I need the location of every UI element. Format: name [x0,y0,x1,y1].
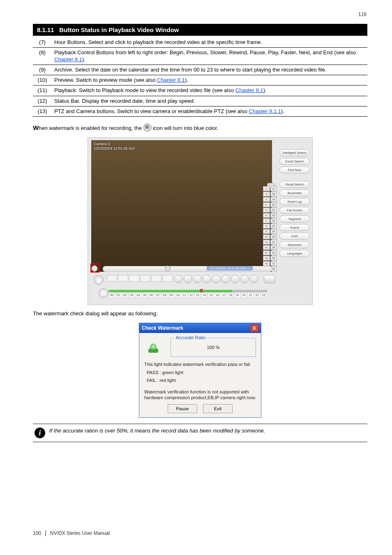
hour-button[interactable]: 23 [261,292,267,298]
layout-16-button[interactable] [140,275,150,282]
exit-button[interactable]: Exit [203,404,233,413]
hour-button[interactable]: 19 [234,292,240,298]
find-next-button[interactable]: Find Next [279,166,310,173]
hour-button[interactable]: 08 [161,292,168,298]
hour-button[interactable]: 22 [254,292,261,298]
event-search-button[interactable]: Event Search [279,158,310,165]
export-button[interactable]: Export [279,224,310,231]
hour-button[interactable]: 21 [247,292,254,298]
slower-button[interactable] [193,275,201,283]
row-num: (9) [33,65,52,75]
dialog-titlebar[interactable]: Check Watermark X [139,323,261,333]
camera-button[interactable]: 8 [263,224,270,229]
chapter-link[interactable]: Chapter 8.1 [54,56,82,62]
camera-button[interactable]: 30 [270,256,277,261]
rewind-button[interactable] [203,275,211,283]
faster-button[interactable] [231,275,239,283]
close-icon[interactable]: X [250,324,258,332]
archive-button[interactable] [264,275,275,283]
check-watermark-dialog: Check Watermark X Accurate Ratio 100 % T… [139,323,261,418]
pause-button[interactable]: Pause [168,404,197,413]
hour-button[interactable]: 00 [108,292,115,298]
camera-button[interactable]: 10 [263,234,270,239]
end-button[interactable] [250,275,258,283]
hour-button[interactable]: 17 [221,292,227,298]
camera-button[interactable]: 13 [263,250,270,255]
camera-button[interactable]: 23 [270,218,277,223]
power-button[interactable] [94,275,104,285]
hour-button[interactable]: 04 [135,292,141,298]
begin-button[interactable] [174,275,182,283]
layout-25-button[interactable] [151,275,161,282]
row-num: (12) [33,96,52,106]
camera-button[interactable]: 14 [263,256,270,261]
camera-button[interactable]: 5 [263,208,270,213]
camera-button[interactable]: 6 [263,213,270,218]
camera-button[interactable]: 18 [270,192,277,197]
next-button[interactable] [240,275,249,283]
segment-button[interactable]: Segment [279,215,310,222]
bookmark-button[interactable]: Bookmark [279,190,310,197]
hour-button[interactable]: 03 [128,292,135,298]
hour-button[interactable]: 06 [148,292,154,298]
camera-button[interactable]: 26 [270,234,277,239]
hour-button[interactable]: 13 [194,292,201,298]
camera-button[interactable]: 15 [263,261,270,266]
camera-button[interactable]: 7 [263,218,270,223]
intelligent-search-button[interactable]: Intelligent Search [279,149,310,156]
slider-knob[interactable] [165,266,171,271]
camera-button[interactable]: 27 [270,240,277,245]
advanced-button[interactable]: Advanced [279,241,310,248]
camera-button[interactable]: 1 [263,186,270,191]
camera-button[interactable]: 25 [270,229,277,234]
osd-button[interactable]: OSD [279,233,310,240]
previous-button[interactable] [184,275,192,283]
camera-button[interactable]: 24 [270,224,277,229]
hour-button[interactable]: 12 [188,292,194,298]
hour-button[interactable]: 11 [181,292,188,298]
chapter-link[interactable]: Chapter 8.1.1 [249,108,281,114]
settings-button[interactable] [99,288,108,298]
camera-button[interactable]: 20 [270,202,277,207]
chapter-link[interactable]: Chapter 8.1 [157,77,185,83]
camera-button[interactable]: 22 [270,213,277,218]
camera-button[interactable]: 11 [263,240,270,245]
camera-button[interactable]: 4 [263,202,270,207]
pause-button[interactable] [212,275,220,283]
hour-button[interactable]: 15 [208,292,214,298]
layout-9-button[interactable] [129,275,139,282]
languages-button[interactable]: Languages [279,250,310,257]
camera-button[interactable]: 21 [270,208,277,213]
dialog-desc: This light indicates watermark verificat… [144,362,256,368]
camera-button[interactable]: 31 [270,261,277,266]
visual-search-button[interactable]: Visual Search [279,181,310,188]
hour-button[interactable]: 07 [155,292,161,298]
camera-button[interactable]: 28 [270,245,277,250]
hour-button[interactable]: 05 [141,292,148,298]
row-num: (8) [33,48,52,65]
hour-button[interactable]: 10 [175,292,181,298]
hour-button[interactable]: 01 [115,292,122,298]
camera-button[interactable]: 29 [270,250,277,255]
event-log-button[interactable]: Event Log [279,198,310,205]
chapter-link[interactable]: Chapter 8.1 [235,87,263,93]
layout-4-button[interactable] [118,275,128,282]
hour-button[interactable]: 16 [214,292,221,298]
layout-36-button[interactable] [162,275,173,282]
hour-button[interactable]: 14 [201,292,208,298]
full-screen-button[interactable]: Full Screen [279,207,310,214]
layout-1-button[interactable] [107,275,117,282]
camera-button[interactable]: 3 [263,197,270,202]
hour-button[interactable]: 20 [241,292,247,298]
hour-button[interactable]: 02 [122,292,128,298]
camera-button[interactable]: 9 [263,229,270,234]
playback-slider[interactable]: 10/15/2009 12:01:36.542 x1 [103,266,272,272]
section-title: Button Status in Playback Video Window [59,26,179,33]
hour-button[interactable]: 18 [227,292,234,298]
camera-button[interactable]: 12 [263,245,270,250]
camera-button[interactable]: 19 [270,197,277,202]
play-button[interactable] [221,275,230,283]
camera-button[interactable]: 17 [270,186,277,191]
camera-button[interactable]: 2 [263,192,270,197]
hour-button[interactable]: 09 [168,292,175,298]
